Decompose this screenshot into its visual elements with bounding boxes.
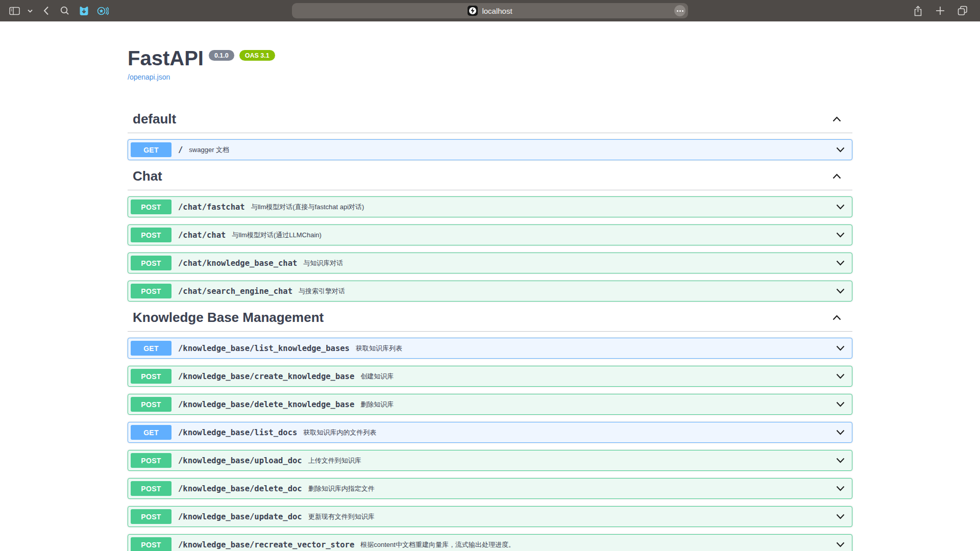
endpoint-description: 与搜索引擎对话	[299, 287, 345, 296]
method-badge: POST	[131, 453, 172, 468]
endpoint-path: /knowledge_base/create_knowledge_base	[178, 372, 354, 381]
api-title: FastAPI	[128, 47, 204, 69]
api-sections: default GET / swagger 文档 Chat	[128, 111, 852, 551]
endpoint-path: /	[178, 145, 183, 155]
endpoint-row[interactable]: POST /knowledge_base/delete_knowledge_ba…	[128, 394, 852, 415]
sidebar-toggle-button[interactable]	[7, 4, 21, 18]
oas-badge: OAS 3.1	[239, 50, 275, 61]
expand-endpoint-chevron-down-icon[interactable]	[836, 430, 845, 435]
browser-toolbar: localhost	[0, 0, 980, 21]
endpoint-path: /chat/chat	[178, 231, 226, 240]
endpoint-path: /knowledge_base/delete_knowledge_base	[178, 400, 354, 409]
collapse-section-chevron-up-icon[interactable]	[832, 116, 841, 122]
swagger-ui-page: FastAPI 0.1.0 OAS 3.1 /openapi.json defa…	[128, 21, 852, 551]
address-bar[interactable]: localhost	[292, 3, 688, 18]
endpoint-row[interactable]: POST /knowledge_base/delete_doc 删除知识库内指定…	[128, 478, 852, 499]
sidebar-chevron-button[interactable]	[26, 4, 34, 18]
page-options-button[interactable]	[674, 5, 685, 16]
expand-endpoint-chevron-down-icon[interactable]	[836, 458, 845, 463]
expand-endpoint-chevron-down-icon[interactable]	[836, 260, 845, 266]
endpoint-row[interactable]: POST /chat/search_engine_chat 与搜索引擎对话	[128, 281, 852, 302]
expand-endpoint-chevron-down-icon[interactable]	[836, 288, 845, 294]
expand-endpoint-chevron-down-icon[interactable]	[836, 345, 845, 351]
section-title: Chat	[133, 168, 162, 184]
section-header[interactable]: Knowledge Base Management	[128, 310, 852, 332]
version-badge: 0.1.0	[209, 50, 234, 61]
endpoint-row[interactable]: POST /chat/chat 与llm模型对话(通过LLMChain)	[128, 224, 852, 245]
address-bar-content: localhost	[468, 6, 512, 16]
endpoint-row[interactable]: POST /knowledge_base/recreate_vector_sto…	[128, 534, 852, 551]
live-activity-extension-icon[interactable]	[95, 4, 110, 18]
toolbar-right-group	[911, 0, 980, 21]
endpoint-path: /knowledge_base/list_docs	[178, 428, 297, 437]
bookmark-extension-icon[interactable]	[77, 4, 91, 18]
endpoint-row[interactable]: POST /chat/knowledge_base_chat 与知识库对话	[128, 253, 852, 273]
endpoint-description: 与知识库对话	[303, 259, 343, 268]
endpoint-path: /chat/fastchat	[178, 203, 245, 212]
endpoint-description: 获取知识库列表	[356, 344, 402, 353]
endpoint-path: /knowledge_base/delete_doc	[178, 484, 302, 493]
method-badge: POST	[131, 537, 172, 551]
endpoint-path: /chat/knowledge_base_chat	[178, 259, 297, 268]
back-button[interactable]	[39, 4, 53, 18]
collapse-section-chevron-up-icon[interactable]	[832, 315, 841, 320]
endpoint-path: /knowledge_base/list_knowledge_bases	[178, 344, 350, 353]
openapi-spec-link[interactable]: /openapi.json	[128, 73, 170, 81]
api-badges: 0.1.0 OAS 3.1	[209, 50, 275, 61]
endpoint-path: /knowledge_base/recreate_vector_store	[178, 540, 354, 549]
method-badge: POST	[131, 228, 172, 242]
endpoint-path: /chat/search_engine_chat	[178, 287, 292, 296]
expand-endpoint-chevron-down-icon[interactable]	[836, 147, 845, 153]
api-section-default: default GET / swagger 文档	[128, 111, 852, 160]
endpoint-row[interactable]: GET /knowledge_base/list_docs 获取知识库内的文件列…	[128, 422, 852, 443]
expand-endpoint-chevron-down-icon[interactable]	[836, 486, 845, 491]
section-endpoints: POST /chat/fastchat 与llm模型对话(直接与fastchat…	[128, 196, 852, 302]
endpoint-description: 根据content中文档重建向量库，流式输出处理进度。	[360, 540, 515, 549]
section-header[interactable]: default	[128, 111, 852, 133]
endpoint-description: 删除知识库内指定文件	[308, 484, 375, 493]
endpoint-row[interactable]: POST /knowledge_base/update_doc 更新现有文件到知…	[128, 506, 852, 527]
endpoint-description: 更新现有文件到知识库	[308, 512, 375, 521]
expand-endpoint-chevron-down-icon[interactable]	[836, 373, 845, 379]
section-endpoints: GET / swagger 文档	[128, 139, 852, 160]
fastapi-favicon	[468, 6, 478, 16]
endpoint-description: 删除知识库	[360, 400, 394, 409]
expand-endpoint-chevron-down-icon[interactable]	[836, 514, 845, 519]
expand-endpoint-chevron-down-icon[interactable]	[836, 542, 845, 547]
endpoint-path: /knowledge_base/update_doc	[178, 512, 302, 521]
method-badge: GET	[131, 142, 172, 157]
url-text: localhost	[482, 7, 512, 15]
method-badge: POST	[131, 369, 172, 384]
method-badge: POST	[131, 284, 172, 298]
collapse-section-chevron-up-icon[interactable]	[832, 173, 841, 179]
new-tab-button[interactable]	[933, 4, 947, 18]
endpoint-row[interactable]: POST /knowledge_base/upload_doc 上传文件到知识库	[128, 450, 852, 471]
endpoint-description: 创建知识库	[360, 372, 394, 381]
search-icon[interactable]	[58, 4, 72, 18]
expand-endpoint-chevron-down-icon[interactable]	[836, 402, 845, 407]
section-title: Knowledge Base Management	[133, 310, 324, 325]
method-badge: POST	[131, 199, 172, 214]
endpoint-description: swagger 文档	[189, 145, 229, 155]
endpoint-row[interactable]: GET /knowledge_base/list_knowledge_bases…	[128, 338, 852, 359]
endpoint-description: 获取知识库内的文件列表	[303, 428, 376, 437]
tab-overview-button[interactable]	[955, 4, 970, 18]
endpoint-description: 与llm模型对话(直接与fastchat api对话)	[251, 203, 364, 212]
expand-endpoint-chevron-down-icon[interactable]	[836, 204, 845, 210]
endpoint-path: /knowledge_base/upload_doc	[178, 456, 302, 465]
endpoint-row[interactable]: POST /knowledge_base/create_knowledge_ba…	[128, 366, 852, 387]
endpoint-row[interactable]: GET / swagger 文档	[128, 139, 852, 160]
share-button[interactable]	[911, 4, 925, 18]
endpoint-row[interactable]: POST /chat/fastchat 与llm模型对话(直接与fastchat…	[128, 196, 852, 217]
section-header[interactable]: Chat	[128, 168, 852, 190]
method-badge: POST	[131, 256, 172, 270]
expand-endpoint-chevron-down-icon[interactable]	[836, 232, 845, 238]
method-badge: POST	[131, 397, 172, 412]
method-badge: GET	[131, 425, 172, 440]
method-badge: GET	[131, 341, 172, 356]
api-section-chat: Chat POST /chat/fastchat 与llm模型对话(直接与fas…	[128, 168, 852, 302]
api-info-block: FastAPI 0.1.0 OAS 3.1 /openapi.json	[128, 47, 852, 82]
endpoint-description: 与llm模型对话(通过LLMChain)	[232, 231, 322, 240]
endpoint-description: 上传文件到知识库	[308, 456, 361, 465]
section-endpoints: GET /knowledge_base/list_knowledge_bases…	[128, 338, 852, 551]
